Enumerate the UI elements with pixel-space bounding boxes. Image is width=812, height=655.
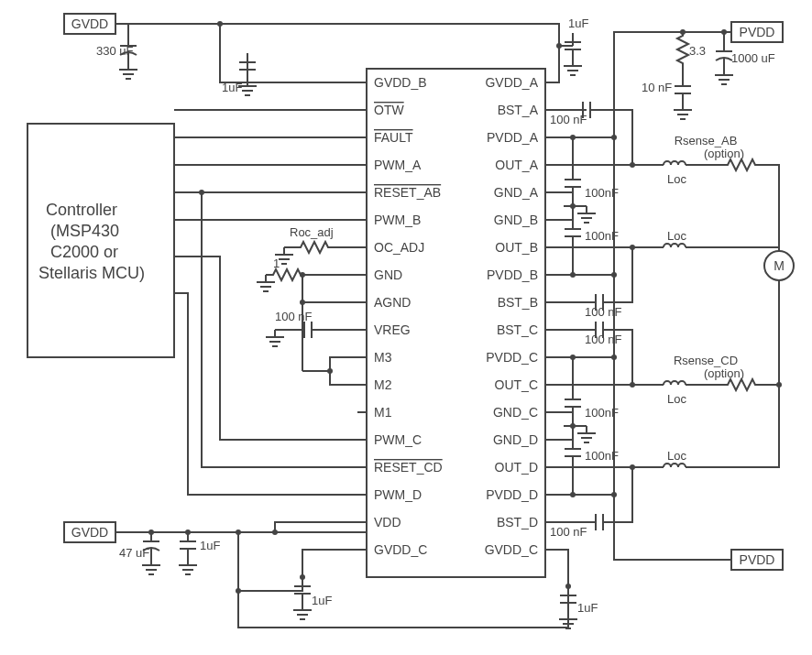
svg-text:PVDD: PVDD — [740, 552, 775, 567]
svg-text:GND_B: GND_B — [494, 213, 538, 227]
svg-point-60 — [611, 355, 617, 360]
controller-block — [27, 124, 174, 357]
label-loc-c: Loc — [667, 392, 686, 406]
label-rsense-ab-opt: (option) — [704, 147, 744, 160]
label-bst-b: 100 nF — [585, 305, 622, 319]
wire-pwm-d — [174, 293, 367, 495]
svg-text:PVDD: PVDD — [740, 25, 775, 39]
svg-text:PVDD_A: PVDD_A — [487, 130, 539, 145]
svg-text:GVDD_C: GVDD_C — [485, 542, 538, 557]
wire-gvdd-top — [115, 24, 559, 46]
svg-point-69 — [570, 423, 576, 429]
label-gndb-cap: 100nF — [585, 229, 619, 243]
controller-line3: C2000 or — [50, 243, 118, 261]
label-r33: 3.3 — [689, 44, 706, 58]
svg-text:AGND: AGND — [374, 295, 411, 310]
svg-point-62 — [630, 162, 635, 168]
svg-text:GND_C: GND_C — [493, 405, 538, 420]
svg-text:GVDD_C: GVDD_C — [374, 542, 427, 557]
label-47uF: 47 uF — [119, 546, 149, 560]
svg-point-45 — [217, 21, 223, 27]
svg-text:OC_ADJ: OC_ADJ — [374, 240, 424, 255]
svg-text:BST_A: BST_A — [498, 103, 539, 117]
svg-text:GND_D: GND_D — [493, 432, 538, 447]
svg-point-49 — [327, 368, 333, 374]
svg-text:OUT_D: OUT_D — [495, 460, 538, 475]
label-bst-a: 100 nF — [550, 113, 587, 126]
svg-text:M3: M3 — [374, 350, 392, 365]
svg-text:PVDD_B: PVDD_B — [487, 267, 538, 282]
controller-line2: (MSP430 — [50, 222, 119, 240]
svg-text:PWM_D: PWM_D — [374, 487, 422, 502]
wire-pwm-c — [174, 257, 367, 440]
svg-text:GND: GND — [374, 267, 402, 282]
svg-point-66 — [630, 245, 635, 250]
label-10nF: 10 nF — [642, 81, 672, 94]
label-rsense-cd: Rsense_CD — [674, 354, 738, 367]
label-gndd-cap: 100nF — [585, 449, 619, 463]
svg-point-75 — [272, 529, 278, 535]
svg-point-59 — [611, 272, 617, 278]
svg-text:RESET_AB: RESET_AB — [374, 185, 441, 200]
svg-text:VDD: VDD — [374, 515, 401, 529]
terminal-gvdd-bottom: GVDD — [64, 522, 115, 542]
label-bst-c: 100 nF — [585, 333, 622, 346]
label-rocadj: Roc_adj — [290, 225, 334, 239]
svg-point-58 — [611, 135, 617, 140]
svg-point-71 — [776, 382, 782, 388]
svg-point-63 — [570, 135, 576, 140]
controller-line4: Stellaris MCU) — [38, 264, 145, 282]
label-gnda-cap: 100nF — [585, 186, 619, 200]
svg-text:BST_D: BST_D — [497, 515, 538, 529]
terminal-pvdd-bottom: PVDD — [731, 550, 783, 570]
svg-point-51 — [300, 300, 305, 305]
label-1uF-gvddc-l: 1uF — [312, 594, 332, 607]
label-1uF-gvddc-r: 1uF — [577, 601, 598, 615]
svg-point-48 — [199, 190, 204, 195]
svg-point-70 — [570, 492, 576, 497]
terminal-pvdd-top: PVDD — [731, 22, 783, 42]
label-330uF: 330 uF — [96, 44, 134, 58]
label-1uF-gvdda: 1uF — [568, 16, 588, 30]
svg-text:M1: M1 — [374, 405, 392, 420]
svg-text:FAULT: FAULT — [374, 130, 413, 145]
svg-text:GND_A: GND_A — [494, 185, 539, 200]
motor-label: M — [774, 258, 785, 273]
svg-text:PWM_A: PWM_A — [374, 158, 422, 172]
svg-text:RESET_CD: RESET_CD — [374, 460, 443, 475]
wire-m3 — [330, 357, 367, 385]
label-gndc-cap: 100nF — [585, 406, 619, 420]
svg-point-72 — [630, 464, 635, 470]
left-stubs — [357, 82, 367, 550]
controller-line1: Controller — [46, 201, 117, 219]
svg-text:M2: M2 — [374, 377, 392, 392]
terminal-gvdd-top: GVDD — [64, 14, 115, 34]
label-loc-d: Loc — [667, 449, 686, 463]
right-stubs — [545, 82, 554, 550]
svg-text:OUT_A: OUT_A — [495, 158, 538, 172]
schematic-diagram: GVDD GVDD PVDD PVDD Controller (MSP430 C… — [0, 0, 812, 655]
label-vreg-cap: 100 nF — [275, 310, 313, 323]
svg-text:GVDD_A: GVDD_A — [485, 75, 538, 90]
label-rsense-cd-opt: (option) — [704, 366, 744, 380]
svg-text:GVDD: GVDD — [71, 16, 108, 31]
svg-text:BST_B: BST_B — [498, 295, 538, 310]
label-bst-d: 100 nF — [550, 525, 587, 539]
svg-text:BST_C: BST_C — [497, 322, 538, 337]
svg-text:GVDD_B: GVDD_B — [374, 75, 427, 90]
svg-point-64 — [570, 203, 576, 209]
svg-text:OUT_C: OUT_C — [495, 377, 538, 392]
label-loc-a: Loc — [667, 172, 686, 186]
label-1000uF: 1000 uF — [731, 51, 775, 65]
label-loc-b: Loc — [667, 229, 686, 243]
label-1uF-vdd: 1uF — [200, 539, 220, 552]
svg-text:VREG: VREG — [374, 322, 411, 337]
svg-text:PWM_C: PWM_C — [374, 432, 422, 447]
svg-point-68 — [570, 355, 576, 360]
svg-text:OUT_B: OUT_B — [495, 240, 538, 255]
svg-point-67 — [630, 382, 635, 388]
svg-text:PVDD_C: PVDD_C — [486, 350, 538, 365]
svg-text:OTW: OTW — [374, 103, 404, 117]
svg-point-54 — [236, 529, 241, 535]
svg-point-65 — [570, 272, 576, 278]
